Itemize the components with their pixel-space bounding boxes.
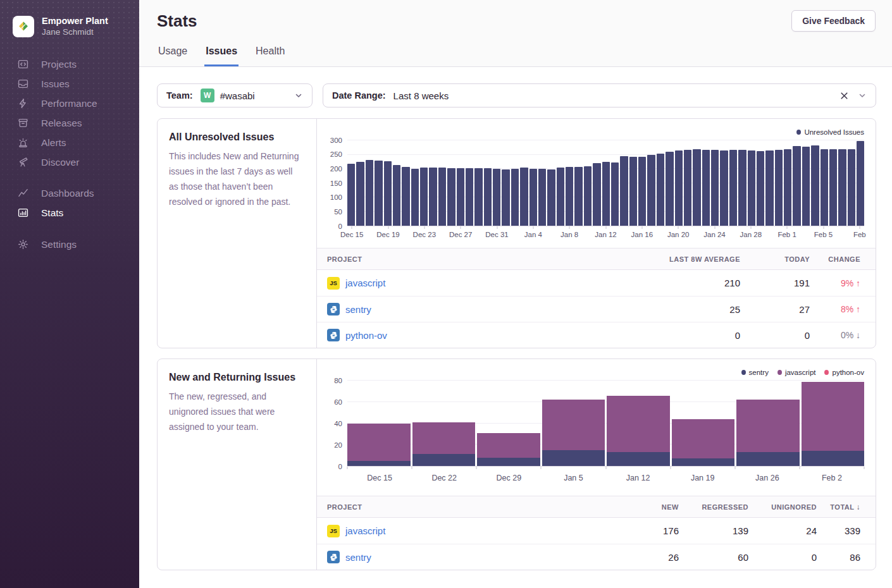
chevron-down-icon[interactable] bbox=[858, 91, 867, 100]
bar[interactable] bbox=[484, 168, 492, 226]
bar[interactable] bbox=[848, 149, 855, 226]
bar[interactable] bbox=[829, 149, 837, 226]
bar[interactable] bbox=[784, 149, 791, 226]
bar[interactable] bbox=[520, 168, 528, 226]
sidebar-item-settings[interactable]: Settings bbox=[0, 235, 139, 254]
bar-segment-sentry[interactable] bbox=[347, 461, 411, 466]
stacked-bar[interactable] bbox=[477, 381, 540, 466]
bar[interactable] bbox=[466, 168, 473, 226]
tab-issues[interactable]: Issues bbox=[204, 46, 238, 66]
bar[interactable] bbox=[557, 168, 564, 226]
bar[interactable] bbox=[530, 169, 537, 226]
bar[interactable] bbox=[638, 157, 646, 226]
bar[interactable] bbox=[356, 162, 364, 226]
bar[interactable] bbox=[838, 149, 846, 226]
chart-plot[interactable] bbox=[347, 140, 864, 226]
bar[interactable] bbox=[493, 169, 500, 226]
clear-date-icon[interactable] bbox=[839, 91, 849, 101]
stacked-bar[interactable] bbox=[412, 381, 476, 466]
bar-segment-sentry[interactable] bbox=[412, 454, 476, 466]
project-link[interactable]: sentry bbox=[345, 552, 371, 563]
bar[interactable] bbox=[566, 167, 573, 226]
project-link[interactable]: sentry bbox=[345, 304, 371, 315]
sidebar-item-projects[interactable]: Projects bbox=[0, 54, 139, 74]
column-header-total[interactable]: Total↓ bbox=[817, 503, 876, 511]
stacked-bar[interactable] bbox=[347, 381, 411, 466]
bar-segment-javascript[interactable] bbox=[412, 422, 476, 455]
bar[interactable] bbox=[729, 150, 737, 226]
bar-segment-javascript[interactable] bbox=[802, 382, 865, 451]
bar[interactable] bbox=[620, 156, 628, 226]
bar[interactable] bbox=[402, 167, 409, 226]
bar[interactable] bbox=[765, 150, 773, 226]
bar[interactable] bbox=[347, 164, 355, 226]
bar[interactable] bbox=[447, 168, 455, 226]
bar-segment-javascript[interactable] bbox=[347, 424, 411, 461]
bar[interactable] bbox=[411, 169, 419, 226]
bar[interactable] bbox=[366, 160, 373, 226]
bar-segment-sentry[interactable] bbox=[477, 458, 540, 467]
column-header-unignored[interactable]: Unignored bbox=[748, 503, 817, 511]
tab-usage[interactable]: Usage bbox=[157, 46, 189, 66]
bar-segment-javascript[interactable] bbox=[542, 400, 605, 450]
project-link[interactable]: javascript bbox=[345, 278, 385, 288]
give-feedback-button[interactable]: Give Feedback bbox=[791, 10, 876, 32]
sidebar-item-stats[interactable]: Stats bbox=[0, 203, 139, 223]
bar[interactable] bbox=[684, 150, 691, 226]
bar[interactable] bbox=[857, 141, 864, 226]
bar-segment-sentry[interactable] bbox=[802, 451, 865, 466]
bar[interactable] bbox=[757, 151, 764, 226]
bar[interactable] bbox=[538, 169, 546, 226]
bar[interactable] bbox=[629, 157, 637, 226]
bar[interactable] bbox=[647, 155, 655, 226]
bar-segment-sentry[interactable] bbox=[607, 452, 670, 466]
bar-segment-sentry[interactable] bbox=[736, 452, 800, 466]
bar-segment-javascript[interactable] bbox=[672, 419, 735, 458]
bar[interactable] bbox=[720, 150, 728, 226]
column-header-new[interactable]: New bbox=[609, 503, 679, 511]
sidebar-item-issues[interactable]: Issues bbox=[0, 74, 139, 94]
bar[interactable] bbox=[511, 169, 519, 226]
bar[interactable] bbox=[711, 150, 719, 226]
bar[interactable] bbox=[611, 162, 619, 226]
sidebar-item-dashboards[interactable]: Dashboards bbox=[0, 183, 139, 203]
bar[interactable] bbox=[793, 146, 800, 226]
date-range-selector[interactable]: Date Range: Last 8 weeks bbox=[323, 83, 876, 107]
team-selector[interactable]: Team: W #wasabi bbox=[157, 83, 313, 107]
bar[interactable] bbox=[811, 145, 819, 226]
sidebar-item-performance[interactable]: Performance bbox=[0, 94, 139, 113]
column-header-regressed[interactable]: Regressed bbox=[679, 503, 748, 511]
bar[interactable] bbox=[547, 169, 555, 226]
bar[interactable] bbox=[457, 168, 464, 226]
bar[interactable] bbox=[375, 161, 382, 226]
bar[interactable] bbox=[702, 150, 710, 226]
bar[interactable] bbox=[502, 169, 509, 226]
bar-segment-javascript[interactable] bbox=[736, 400, 800, 452]
sidebar-item-discover[interactable]: Discover bbox=[0, 152, 139, 172]
project-link[interactable]: javascript bbox=[345, 525, 385, 536]
bar[interactable] bbox=[584, 166, 592, 226]
bar[interactable] bbox=[738, 150, 746, 226]
bar[interactable] bbox=[429, 168, 437, 226]
stacked-bar[interactable] bbox=[607, 381, 670, 466]
stacked-bar[interactable] bbox=[736, 381, 800, 466]
sidebar-item-releases[interactable]: Releases bbox=[0, 113, 139, 133]
bar[interactable] bbox=[693, 149, 700, 226]
project-link[interactable]: python-ov bbox=[345, 330, 387, 341]
bar-segment-sentry[interactable] bbox=[542, 450, 605, 466]
bar[interactable] bbox=[602, 162, 610, 226]
bar[interactable] bbox=[384, 161, 392, 226]
bar[interactable] bbox=[775, 150, 783, 226]
bar-segment-javascript[interactable] bbox=[607, 396, 670, 452]
bar[interactable] bbox=[657, 154, 664, 226]
bar[interactable] bbox=[574, 167, 582, 226]
bar[interactable] bbox=[675, 150, 683, 226]
bar[interactable] bbox=[821, 149, 828, 226]
bar[interactable] bbox=[593, 163, 600, 226]
stacked-bar[interactable] bbox=[802, 381, 865, 466]
bar[interactable] bbox=[666, 152, 673, 226]
sidebar-item-alerts[interactable]: Alerts bbox=[0, 133, 139, 152]
bar[interactable] bbox=[438, 168, 446, 226]
org-switcher[interactable]: Empower Plant Jane Schmidt bbox=[0, 15, 139, 37]
bar-segment-sentry[interactable] bbox=[672, 458, 735, 466]
